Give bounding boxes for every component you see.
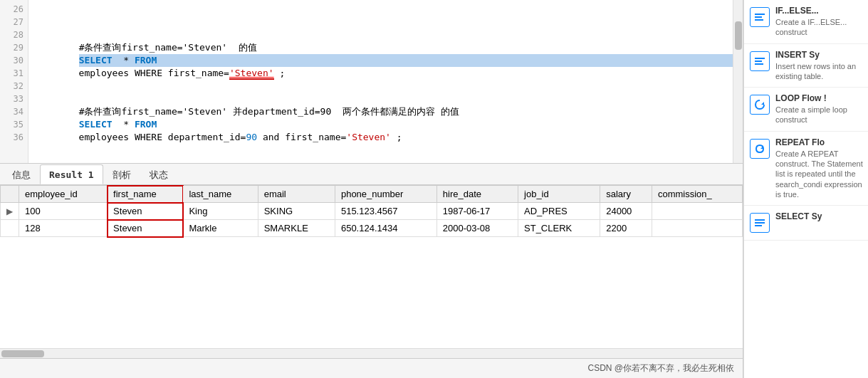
code-editor: 26 27 28 29 30 31 32 33 34 35 36 #条件查询fi… bbox=[0, 0, 743, 164]
right-sidebar: IF...ELSE... Create a IF...ELSE... const… bbox=[743, 0, 868, 378]
svg-rect-1 bbox=[755, 16, 762, 18]
col-header-phone[interactable]: phone_number bbox=[335, 186, 436, 203]
loop-title: LOOP Flow ! bbox=[775, 93, 864, 103]
col-header-last-name[interactable]: last_name bbox=[183, 186, 258, 203]
sidebar-item-select[interactable]: SELECT Sy bbox=[744, 206, 868, 241]
row-pointer: ▶ bbox=[1, 203, 19, 220]
cell-email: SKING bbox=[258, 203, 335, 220]
svg-rect-8 bbox=[755, 219, 765, 221]
svg-rect-2 bbox=[755, 19, 763, 21]
svg-rect-0 bbox=[755, 14, 765, 15]
col-header-employee-id[interactable]: employee_id bbox=[19, 186, 108, 203]
sidebar-item-if-else[interactable]: IF...ELSE... Create a IF...ELSE... const… bbox=[744, 0, 868, 44]
col-header-salary[interactable]: salary bbox=[600, 186, 652, 203]
cell-commission bbox=[652, 203, 742, 220]
line-numbers: 26 27 28 29 30 31 32 33 34 35 36 bbox=[0, 0, 28, 163]
results-table: employee_id first_name last_name email p… bbox=[0, 185, 743, 237]
cell-hire-date: 1987-06-17 bbox=[436, 203, 518, 220]
tab-info[interactable]: 信息 bbox=[3, 164, 40, 184]
line-num: 34 bbox=[14, 105, 23, 118]
line-num: 30 bbox=[14, 54, 23, 67]
sidebar-item-insert[interactable]: INSERT Sy Insert new rows into an existi… bbox=[744, 44, 868, 88]
code-content[interactable]: #条件查询first_name='Steven' 的值 SELECT * FRO… bbox=[28, 0, 733, 163]
results-wrapper: 信息 Result 1 剖析 状态 employee_id first_name… bbox=[0, 164, 743, 378]
code-line bbox=[34, 80, 727, 93]
code-line-comment: #条件查询first_name='Steven' 的值 bbox=[34, 28, 727, 41]
results-area[interactable]: employee_id first_name last_name email p… bbox=[0, 185, 743, 348]
insert-desc: Insert new rows into an existing table. bbox=[775, 61, 864, 82]
cell-job-id: ST_CLERK bbox=[518, 220, 600, 237]
line-num: 33 bbox=[14, 93, 23, 105]
svg-marker-6 bbox=[761, 102, 764, 105]
if-else-desc: Create a IF...ELSE... construct bbox=[775, 17, 864, 38]
status-bar: CSDN @你若不离不弃，我必生死相依 bbox=[0, 358, 743, 378]
vertical-scrollbar[interactable] bbox=[733, 0, 743, 163]
horizontal-scrollbar[interactable] bbox=[0, 348, 743, 358]
tab-profiling[interactable]: 剖析 bbox=[103, 164, 140, 184]
cell-job-id: AD_PRES bbox=[518, 203, 600, 220]
if-else-title: IF...ELSE... bbox=[775, 6, 864, 16]
repeat-title: REPEAT Flo bbox=[775, 137, 864, 147]
cell-first-name: Steven bbox=[108, 203, 183, 220]
cell-employee-id: 128 bbox=[19, 220, 108, 237]
insert-icon bbox=[748, 50, 771, 73]
cell-last-name: Markle bbox=[183, 220, 258, 237]
repeat-icon bbox=[748, 137, 771, 160]
col-header-commission[interactable]: commission_ bbox=[652, 186, 742, 203]
line-num: 26 bbox=[14, 3, 23, 16]
if-else-icon bbox=[748, 6, 771, 28]
cell-first-name: Steven bbox=[108, 220, 183, 237]
sidebar-item-repeat[interactable]: REPEAT Flo Create A REPEAT construct. Th… bbox=[744, 132, 868, 206]
comment-text: #条件查询first_name='Steven' 的值 bbox=[79, 42, 257, 53]
repeat-desc: Create A REPEAT construct. The Statement… bbox=[775, 149, 864, 199]
loop-desc: Create a simple loop construct bbox=[775, 105, 864, 125]
line-num: 27 bbox=[14, 16, 23, 28]
table-row: 128 Steven Markle SMARKLE 650.124.1434 2… bbox=[1, 220, 743, 237]
tabs-bar: 信息 Result 1 剖析 状态 bbox=[0, 164, 743, 185]
svg-rect-5 bbox=[755, 63, 763, 65]
col-header-email[interactable]: email bbox=[258, 186, 335, 203]
line-num: 35 bbox=[14, 118, 23, 131]
svg-rect-10 bbox=[755, 225, 762, 226]
line-num: 28 bbox=[14, 28, 23, 41]
cell-employee-id: 100 bbox=[19, 203, 108, 220]
tab-status[interactable]: 状态 bbox=[140, 164, 177, 184]
svg-rect-9 bbox=[755, 222, 765, 224]
line-num: 29 bbox=[14, 41, 23, 54]
svg-rect-4 bbox=[755, 61, 762, 62]
col-header-pointer bbox=[1, 186, 19, 203]
csdn-watermark: CSDN @你若不离不弃，我必生死相依 bbox=[587, 362, 734, 374]
select-title: SELECT Sy bbox=[775, 211, 864, 221]
loop-icon bbox=[748, 93, 771, 116]
line-num: 36 bbox=[14, 131, 23, 144]
line-num: 31 bbox=[14, 67, 23, 80]
insert-title: INSERT Sy bbox=[775, 50, 864, 60]
row-pointer bbox=[1, 220, 19, 237]
comment-text2: #条件查询first_name='Steven' 并department_id=… bbox=[79, 106, 459, 117]
cell-salary: 2200 bbox=[600, 220, 652, 237]
table-row: ▶ 100 Steven King SKING 515.123.4567 198… bbox=[1, 203, 743, 220]
col-header-hire-date[interactable]: hire_date bbox=[436, 186, 518, 203]
col-header-job-id[interactable]: job_id bbox=[518, 186, 600, 203]
cell-last-name: King bbox=[183, 203, 258, 220]
main-area: 26 27 28 29 30 31 32 33 34 35 36 #条件查询fi… bbox=[0, 0, 743, 378]
cell-phone: 650.124.1434 bbox=[335, 220, 436, 237]
code-line bbox=[34, 3, 727, 16]
sidebar-item-loop[interactable]: LOOP Flow ! Create a simple loop constru… bbox=[744, 88, 868, 132]
col-header-first-name[interactable]: first_name bbox=[108, 186, 183, 203]
hscroll-thumb[interactable] bbox=[1, 350, 44, 357]
scrollbar-thumb[interactable] bbox=[735, 21, 742, 50]
select-icon bbox=[748, 211, 771, 234]
svg-rect-3 bbox=[755, 58, 765, 59]
code-line bbox=[34, 16, 727, 28]
cell-email: SMARKLE bbox=[258, 220, 335, 237]
tab-result1[interactable]: Result 1 bbox=[40, 164, 103, 184]
cell-phone: 515.123.4567 bbox=[335, 203, 436, 220]
code-line-comment2: #条件查询first_name='Steven' 并department_id=… bbox=[34, 93, 727, 105]
line-num: 32 bbox=[14, 80, 23, 93]
selected-text: SELECT * FROM bbox=[79, 54, 733, 67]
cell-hire-date: 2000-03-08 bbox=[436, 220, 518, 237]
cell-commission bbox=[652, 220, 742, 237]
cell-salary: 24000 bbox=[600, 203, 652, 220]
